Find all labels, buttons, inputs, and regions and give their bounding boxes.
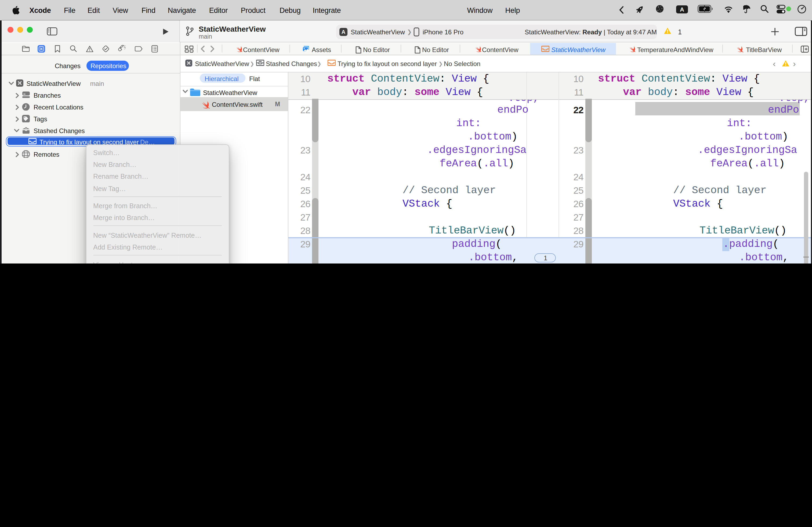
svg-text:A: A <box>680 6 684 13</box>
svg-text:A: A <box>342 29 345 35</box>
